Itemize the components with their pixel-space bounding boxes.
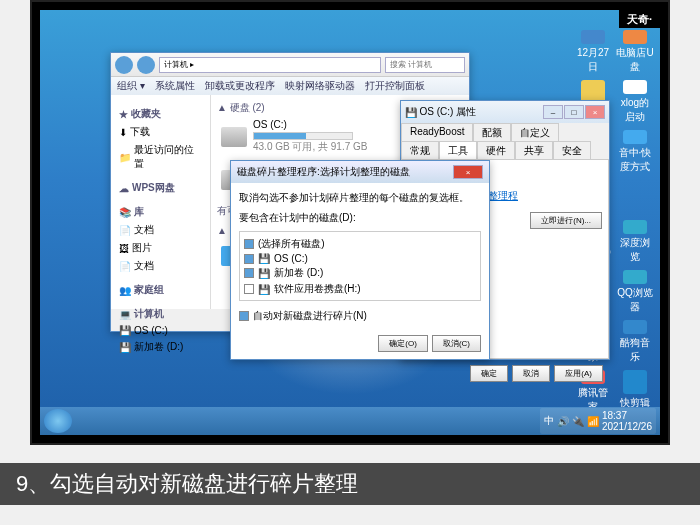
menu-item[interactable]: 映射网络驱动器 [285,79,355,93]
checkbox-all[interactable]: (选择所有磁盘) [244,236,476,252]
start-button[interactable] [44,409,72,433]
ok-button[interactable]: 确定 [470,365,508,382]
sidebar-recent[interactable]: 📁 最近访问的位置 [115,141,206,173]
back-button[interactable] [115,56,133,74]
forward-button[interactable] [137,56,155,74]
menu-item[interactable]: 打开控制面板 [365,79,425,93]
video-caption: 9、勾选自动对新磁盘进行碎片整理 [0,463,700,505]
tray-icons[interactable]: 🔊 🔌 📶 [557,416,599,427]
desktop-icon[interactable]: 电脑店U盘 [616,30,654,74]
tab-row: 常规 工具 硬件 共享 安全 [401,141,609,159]
explorer-navbar: 计算机 ▸ [111,53,469,77]
address-bar[interactable]: 计算机 ▸ [159,57,381,73]
drive-icon: 💾 [405,107,417,118]
list-label: 要包含在计划中的磁盘(D): [239,211,481,225]
explorer-toolbar: 组织 ▾ 系统属性 卸载或更改程序 映射网络驱动器 打开控制面板 [111,77,469,95]
sidebar-wps[interactable]: ☁ WPS网盘 [115,179,206,197]
sidebar-libs[interactable]: 📚 库 [115,203,206,221]
sidebar-downloads[interactable]: ⬇ 下载 [115,123,206,141]
close-button[interactable]: × [585,105,605,119]
sidebar-computer[interactable]: 💻 计算机 [115,305,206,323]
desktop: 天奇· 12月27日 电脑店U盘 pt xlog的启动 电脑店·U 音中·快度方… [40,10,660,435]
checkbox-drive-c[interactable]: 💾OS (C:) [244,252,476,265]
tab-tools[interactable]: 工具 [439,141,477,159]
dialog-titlebar[interactable]: 磁盘碎片整理程序:选择计划整理的磁盘 × [231,161,489,183]
sidebar-home[interactable]: 👥 家庭组 [115,281,206,299]
tab-custom[interactable]: 自定义 [511,123,559,141]
maximize-button[interactable]: □ [564,105,584,119]
desktop-icon[interactable]: 深度浏览 [616,220,654,264]
minimize-button[interactable]: – [543,105,563,119]
sidebar-music[interactable]: 📄 文档 [115,257,206,275]
tab-hardware[interactable]: 硬件 [477,141,515,159]
desktop-icon[interactable]: 12月27日 [574,30,612,74]
apply-button[interactable]: 应用(A) [554,365,603,382]
sidebar-docs[interactable]: 📄 文档 [115,221,206,239]
menu-item[interactable]: 卸载或更改程序 [205,79,275,93]
window-titlebar[interactable]: 💾 OS (C:) 属性 –□× [401,101,609,123]
checkbox-drive-h[interactable]: 💾软件应用卷携盘(H:) [244,281,476,297]
checkbox-drive-d[interactable]: 💾新加卷 (D:) [244,265,476,281]
taskbar: 中 🔊 🔌 📶 18:372021/12/26 [40,407,660,435]
tab-general[interactable]: 常规 [401,141,439,159]
disk-checklist: (选择所有磁盘) 💾OS (C:) 💾新加卷 (D:) 💾软件应用卷携盘(H:) [239,231,481,301]
tab-row: ReadyBoost 配额 自定义 [401,123,609,141]
menu-item[interactable]: 系统属性 [155,79,195,93]
drive-icon [221,127,247,147]
ok-button[interactable]: 确定(O) [378,335,428,352]
watermark: 天奇· [619,10,660,28]
dialog-hint: 取消勾选不参加计划碎片整理的每个磁盘的复选框。 [239,191,481,205]
defrag-now-button[interactable]: 立即进行(N)... [530,212,602,229]
cancel-button[interactable]: 取消(C) [432,335,481,352]
system-tray[interactable]: 中 🔊 🔌 📶 18:372021/12/26 [540,408,656,434]
tab-share[interactable]: 共享 [515,141,553,159]
sidebar-favorites[interactable]: ★ 收藏夹 [115,105,206,123]
search-input[interactable] [385,57,465,73]
sidebar-drive-c[interactable]: 💾 OS (C:) [115,323,206,338]
desktop-icon[interactable]: xlog的启动 [616,80,654,124]
desktop-icon[interactable]: 酷狗音乐 [616,320,654,364]
explorer-sidebar: ★ 收藏夹 ⬇ 下载 📁 最近访问的位置 ☁ WPS网盘 📚 库 📄 文档 🖼 … [111,95,211,309]
auto-defrag-checkbox[interactable]: 自动对新磁盘进行碎片(N) [239,309,481,323]
close-button[interactable]: × [453,165,483,179]
sidebar-pics[interactable]: 🖼 图片 [115,239,206,257]
tab-security[interactable]: 安全 [553,141,591,159]
tab-readyboost[interactable]: ReadyBoost [401,123,473,141]
checkbox-icon[interactable] [244,284,254,294]
desktop-icon[interactable]: QQ浏览器 [616,270,654,314]
sidebar-drive-d[interactable]: 💾 新加卷 (D:) [115,338,206,356]
cancel-button[interactable]: 取消 [512,365,550,382]
lang-indicator[interactable]: 中 [544,414,554,428]
defrag-dialog: 磁盘碎片整理程序:选择计划整理的磁盘 × 取消勾选不参加计划碎片整理的每个磁盘的… [230,160,490,360]
menu-item[interactable]: 组织 ▾ [117,79,145,93]
tab-quota[interactable]: 配额 [473,123,511,141]
checkbox-icon[interactable] [244,254,254,264]
checkbox-icon[interactable] [244,239,254,249]
desktop-icon[interactable]: 音中·快度方式 [616,130,654,174]
checkbox-icon[interactable] [244,268,254,278]
checkbox-icon[interactable] [239,311,249,321]
